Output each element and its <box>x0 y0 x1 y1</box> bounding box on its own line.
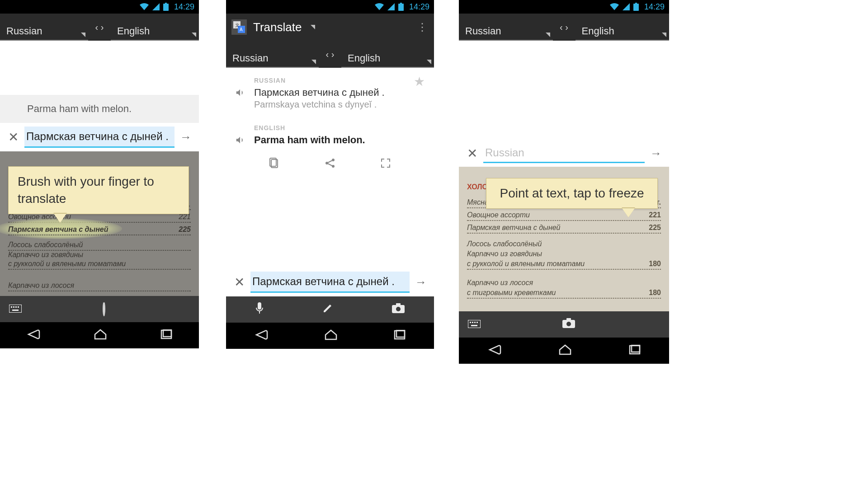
signal-icon <box>152 3 160 10</box>
submit-button[interactable]: → <box>179 130 193 144</box>
dropdown-icon[interactable] <box>311 25 315 29</box>
source-text: Пармская ветчина с дыней . <box>254 87 426 99</box>
source-card[interactable]: ★ RUSSIAN Пармская ветчина с дыней . Par… <box>229 74 431 113</box>
swap-languages-button[interactable]: ‹ › <box>319 49 341 60</box>
result-actions <box>229 150 431 179</box>
clear-button[interactable]: ✕ <box>465 146 479 161</box>
back-button[interactable] <box>27 329 40 342</box>
home-button[interactable] <box>559 344 571 357</box>
recents-button[interactable] <box>629 345 641 357</box>
clear-button[interactable]: ✕ <box>232 275 246 290</box>
target-language-selector[interactable]: English <box>111 14 199 41</box>
android-nav-bar <box>226 323 434 349</box>
app-title-bar: 文A Translate ⋮ <box>226 14 434 41</box>
source-language-selector[interactable]: Russian <box>0 14 88 41</box>
svg-text:A: A <box>240 27 243 32</box>
android-nav-bar <box>0 322 199 348</box>
language-bar: Russian ‹ › English <box>0 14 199 41</box>
input-mode-bar <box>459 311 669 338</box>
status-bar: 14:29 <box>459 0 669 14</box>
target-language-selector[interactable]: English <box>576 14 670 41</box>
detected-text[interactable]: Пармская ветчина с дыней . <box>24 127 175 148</box>
svg-rect-1 <box>165 3 167 4</box>
back-button[interactable] <box>488 344 501 357</box>
submit-button[interactable]: → <box>414 275 428 289</box>
keyboard-mode-button[interactable] <box>468 318 481 331</box>
share-button[interactable] <box>325 158 335 171</box>
voice-mode-button[interactable] <box>255 302 264 317</box>
translate-app-icon: 文A <box>231 19 247 35</box>
svg-rect-28 <box>635 3 637 4</box>
camera-shutter-button[interactable] <box>562 318 575 331</box>
screenshot-middle: 14:29 文A Translate ⋮ Russian ‹ › English <box>226 0 434 349</box>
target-card[interactable]: ENGLISH Parma ham with melon. <box>229 122 431 150</box>
dropdown-icon <box>192 33 196 37</box>
svg-rect-32 <box>474 322 476 323</box>
svg-rect-6 <box>18 306 19 308</box>
handwrite-mode-button[interactable] <box>322 303 333 316</box>
input-mode-bar <box>0 296 199 322</box>
speaker-icon[interactable] <box>235 88 245 99</box>
speaker-icon[interactable] <box>235 135 245 147</box>
hint-tooltip: Point at text, tap to freeze <box>486 178 658 209</box>
home-button[interactable] <box>94 329 107 342</box>
target-language-tag: ENGLISH <box>254 124 426 131</box>
detected-text-row: ✕ Пармская ветчина с дыней . → <box>0 123 199 151</box>
star-icon[interactable]: ★ <box>414 74 425 89</box>
svg-rect-11 <box>400 3 402 4</box>
overflow-menu-button[interactable]: ⋮ <box>417 21 429 33</box>
svg-rect-21 <box>258 302 261 310</box>
input-mode-bar <box>226 296 434 323</box>
status-clock: 14:29 <box>174 2 194 12</box>
app-title: Translate <box>253 20 302 34</box>
svg-rect-34 <box>471 325 477 326</box>
svg-rect-2 <box>9 305 22 313</box>
svg-rect-33 <box>476 322 478 323</box>
wifi-icon <box>140 3 149 10</box>
hint-tooltip: Brush with your finger to translate <box>8 166 189 214</box>
battery-icon <box>398 3 404 11</box>
signal-icon <box>623 3 630 10</box>
svg-rect-37 <box>566 318 571 321</box>
camera-mode-button[interactable] <box>392 303 405 316</box>
home-button[interactable] <box>325 329 337 342</box>
svg-rect-31 <box>472 322 473 323</box>
keyboard-mode-button[interactable] <box>9 303 22 315</box>
svg-text:文: 文 <box>235 23 240 28</box>
status-bar: 14:29 <box>226 0 434 14</box>
source-language-tag: RUSSIAN <box>254 77 426 84</box>
clear-button[interactable]: ✕ <box>6 130 20 145</box>
language-bar: Russian ‹ › English <box>226 41 434 68</box>
swap-languages-button[interactable]: ‹ › <box>553 22 576 33</box>
recents-button[interactable] <box>394 330 406 342</box>
svg-rect-10 <box>398 4 404 11</box>
dropdown-icon <box>81 33 85 37</box>
source-transliteration: Parmskaya vetchina s dynyeĭ . <box>254 99 426 110</box>
svg-rect-29 <box>468 320 481 328</box>
status-clock: 14:29 <box>409 2 429 12</box>
svg-rect-7 <box>12 310 19 311</box>
target-language-selector[interactable]: English <box>341 41 434 68</box>
copy-button[interactable] <box>269 158 279 171</box>
fullscreen-button[interactable] <box>381 158 391 171</box>
svg-rect-30 <box>470 322 471 323</box>
status-bar: 14:29 <box>0 0 199 14</box>
status-clock: 14:29 <box>644 2 665 12</box>
svg-rect-3 <box>11 306 12 308</box>
source-language-selector[interactable]: Russian <box>459 14 553 41</box>
submit-button[interactable]: → <box>649 146 663 160</box>
source-language-selector[interactable]: Russian <box>226 41 319 68</box>
back-button[interactable] <box>255 329 268 342</box>
input-text[interactable]: Пармская ветчина с дыней . <box>250 272 410 293</box>
translation-result[interactable]: Parma ham with melon. <box>0 95 199 123</box>
input-row: ✕ Russian → <box>459 140 669 167</box>
loading-spinner <box>103 303 105 315</box>
screenshot-left: 14:29 Russian ‹ › English Parma ham with… <box>0 0 199 348</box>
swap-languages-button[interactable]: ‹ › <box>88 22 111 33</box>
recents-button[interactable] <box>160 329 172 341</box>
input-placeholder[interactable]: Russian <box>483 144 645 163</box>
language-bar: Russian ‹ › English <box>459 14 669 41</box>
svg-rect-27 <box>633 4 639 11</box>
svg-rect-24 <box>396 303 401 306</box>
source-language-label: Russian <box>6 25 42 37</box>
